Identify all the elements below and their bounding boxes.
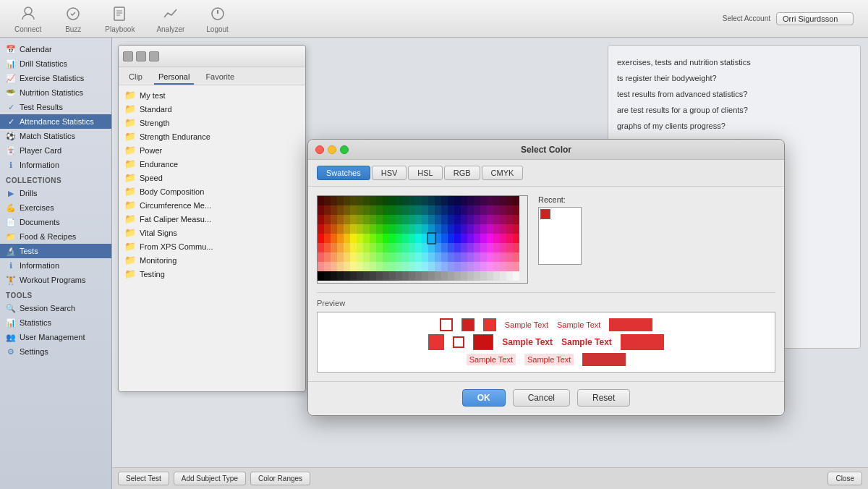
sidebar-item-drill-stats[interactable]: 📊 Drill Statistics — [0, 56, 111, 71]
folder-monitoring[interactable]: 📁 Monitoring — [119, 253, 305, 267]
tab-hsl[interactable]: HSL — [408, 166, 442, 180]
tab-hsv[interactable]: HSV — [372, 166, 407, 180]
sidebar-item-test-results[interactable]: ✓ Test Results — [0, 100, 111, 114]
sidebar-item-documents[interactable]: 📄 Documents — [0, 215, 111, 229]
analyzer-button[interactable]: Analyzer — [156, 4, 184, 33]
tab-personal[interactable]: Personal — [154, 70, 194, 85]
preview-area: Sample Text Sample Text Sample Text Samp… — [317, 312, 775, 373]
preview-section: Preview Sample Text Sample Text — [317, 292, 775, 373]
dialog-title: Select Color — [521, 145, 571, 155]
folder-panel-toolbar — [119, 46, 305, 67]
player-card-icon: 🃏 — [6, 145, 16, 156]
tools-title: TOOLS — [0, 287, 111, 301]
logout-button[interactable]: Logout — [206, 4, 229, 33]
sidebar-item-tests[interactable]: 🔬 Tests — [0, 244, 111, 258]
folder-fat-caliper[interactable]: 📁 Fat Caliper Measu... — [119, 212, 305, 226]
playbook-button[interactable]: Playbook — [105, 4, 135, 33]
maximize-button[interactable] — [340, 145, 349, 154]
folder-body-comp[interactable]: 📁 Body Composition — [119, 184, 305, 198]
preview-row-2: Sample Text Sample Text — [428, 334, 664, 350]
folder-standard[interactable]: 📁 Standard — [119, 102, 305, 116]
preview-text-bold-2: Sample Text — [561, 337, 612, 347]
folder-vital[interactable]: 📁 Vital Signs — [119, 226, 305, 239]
exercises-icon: 💪 — [6, 203, 16, 213]
ok-button[interactable]: OK — [462, 389, 506, 407]
folder-my-test[interactable]: 📁 My test — [119, 88, 305, 102]
sidebar-item-player-card[interactable]: 🃏 Player Card — [0, 143, 111, 158]
folder-icon: 📁 — [124, 186, 136, 197]
folder-testing[interactable]: 📁 Testing — [119, 267, 305, 281]
recent-grid — [538, 207, 582, 265]
sidebar-item-information[interactable]: ℹ Information — [0, 158, 111, 172]
sidebar-item-match-stats[interactable]: ⚽ Match Statistics — [0, 129, 111, 143]
toolbar-btn-3[interactable] — [149, 51, 159, 61]
tab-swatches[interactable]: Swatches — [317, 166, 370, 180]
folder-icon: 📁 — [124, 172, 136, 183]
folder-icon: 📁 — [124, 268, 136, 279]
connect-icon — [18, 4, 38, 24]
preview-rect-lg — [621, 334, 664, 350]
sidebar-item-statistics[interactable]: 📊 Statistics — [0, 315, 111, 330]
sidebar-item-calendar[interactable]: 📅 Calendar — [0, 42, 111, 56]
folder-icon: 📁 — [124, 241, 136, 252]
tab-clip[interactable]: Clip — [124, 70, 147, 85]
folder-strength[interactable]: 📁 Strength — [119, 116, 305, 129]
preview-text-bold-1: Sample Text — [502, 337, 553, 347]
folder-icon: 📁 — [124, 103, 136, 114]
select-test-button[interactable]: Select Test — [118, 472, 169, 485]
folder-speed[interactable]: 📁 Speed — [119, 171, 305, 184]
sidebar-item-drills[interactable]: ▶ Drills — [0, 186, 111, 200]
color-swatch-grid[interactable] — [317, 195, 528, 284]
tab-rgb[interactable]: RGB — [444, 166, 480, 180]
minimize-button[interactable] — [328, 145, 336, 154]
buzz-button[interactable]: Buzz — [63, 4, 83, 33]
cancel-button[interactable]: Cancel — [513, 389, 570, 407]
sidebar-item-exercises[interactable]: 💪 Exercises — [0, 200, 111, 215]
folder-endurance[interactable]: 📁 Endurance — [119, 157, 305, 171]
preview-label: Preview — [317, 299, 775, 307]
folder-circ[interactable]: 📁 Circumference Me... — [119, 198, 305, 212]
users-icon: 👥 — [6, 332, 16, 342]
preview-text-2: Sample Text — [557, 320, 600, 329]
background-app: Connect Buzz Playbook Analyzer Logout — [0, 0, 868, 489]
sidebar-item-workout[interactable]: 🏋 Workout Programs — [0, 273, 111, 287]
sidebar-item-user-mgmt[interactable]: 👥 User Management — [0, 330, 111, 344]
folder-icon: 📁 — [124, 158, 136, 169]
folder-tabs: Clip Personal Favorite — [119, 67, 305, 85]
sidebar-item-session-search[interactable]: 🔍 Session Search — [0, 301, 111, 315]
toolbar-btn-2[interactable] — [136, 51, 146, 61]
dialog-titlebar: Select Color — [308, 140, 784, 160]
statistics-icon: 📊 — [6, 318, 16, 328]
folder-strength-endurance[interactable]: 📁 Strength Endurance — [119, 129, 305, 143]
recent-section: Recent: — [538, 195, 582, 265]
connect-button[interactable]: Connect — [14, 4, 41, 33]
bottom-toolbar: Select Test Add Subject Type Color Range… — [112, 467, 868, 489]
folder-power[interactable]: 📁 Power — [119, 143, 305, 157]
tab-favorite[interactable]: Favorite — [201, 70, 239, 85]
tab-cmyk[interactable]: CMYK — [482, 166, 524, 180]
select-color-dialog: Select Color Swatches HSV HSL RGB CMYK R… — [307, 139, 785, 416]
sidebar-item-nutrition-stats[interactable]: 🥗 Nutrition Statistics — [0, 85, 111, 100]
folder-icon: 📁 — [124, 227, 136, 238]
add-subject-button[interactable]: Add Subject Type — [174, 472, 246, 485]
account-label: Select Account — [723, 14, 770, 22]
folder-icon: 📁 — [124, 255, 136, 265]
folder-xps[interactable]: 📁 From XPS Commu... — [119, 239, 305, 253]
reset-button[interactable]: Reset — [577, 389, 630, 407]
close-button-bottom[interactable]: Close — [827, 472, 862, 485]
close-button[interactable] — [315, 145, 324, 154]
sidebar-item-attendance[interactable]: ✓ Attendance Statistics — [0, 114, 111, 129]
sidebar-item-settings[interactable]: ⚙ Settings — [0, 344, 111, 359]
sidebar-item-exercise-stats[interactable]: 📈 Exercise Statistics — [0, 71, 111, 85]
main-content: Clip Personal Favorite 📁 My test 📁 Stand… — [112, 38, 868, 489]
preview-box-lg-1 — [428, 334, 444, 350]
recent-color-swatch[interactable] — [540, 209, 550, 219]
sidebar-item-food[interactable]: 📁 Food & Recipes — [0, 229, 111, 244]
toolbar-btn-1[interactable] — [123, 51, 133, 61]
collections-title: COLLECTIONS — [0, 172, 111, 186]
account-select[interactable]: Orri Sigurdsson — [776, 12, 854, 25]
sidebar-item-info2[interactable]: ℹ Information — [0, 258, 111, 273]
preview-box-outline-1 — [440, 318, 453, 331]
test-results-icon: ✓ — [6, 102, 16, 112]
color-ranges-button[interactable]: Color Ranges — [250, 472, 310, 485]
